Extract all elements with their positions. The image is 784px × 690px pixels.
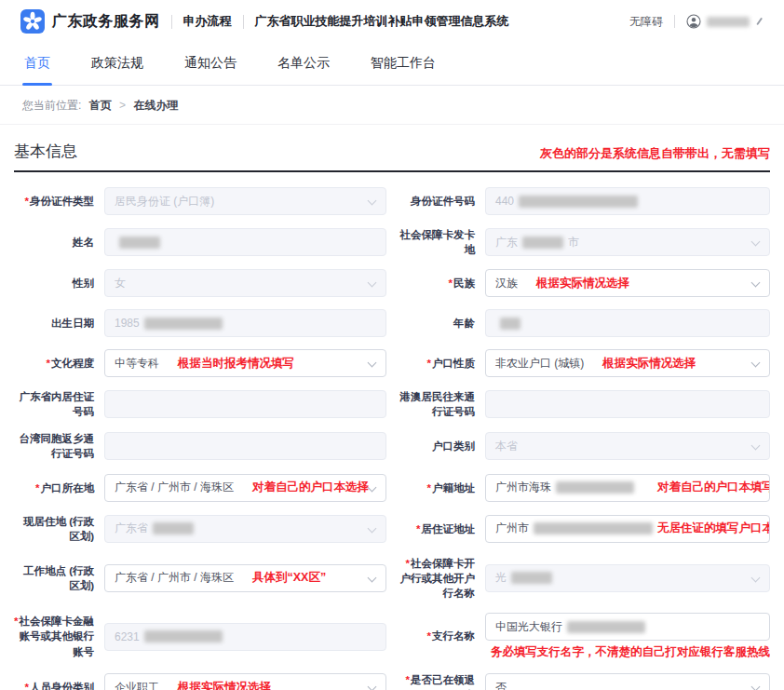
select-民族[interactable]: 汉族根据实际情况选择 xyxy=(485,269,770,297)
field-value: 汉族 xyxy=(495,276,518,291)
gov-service-logo-icon xyxy=(20,9,45,34)
field-value: 本省 xyxy=(495,439,518,454)
tab-首页[interactable]: 首页 xyxy=(22,43,52,85)
redacted-value xyxy=(567,621,645,633)
field-value: 广东省 / 广州市 / 海珠区 xyxy=(115,570,234,586)
form-row: *人员身份类别企业职工根据实际情况选择*是否已在领退休金否 xyxy=(14,672,770,690)
section-header: 基本信息 灰色的部分是系统信息自带带出，无需填写 xyxy=(0,125,784,172)
select-人员身份类别[interactable]: 企业职工根据实际情况选择 xyxy=(104,673,386,690)
redacted-value xyxy=(144,318,223,330)
input-社会保障卡金融账号或其他银行账号: 6231 xyxy=(104,623,386,651)
select-工作地点 (行政区划)[interactable]: 广东省 / 广州市 / 海珠区具体到“XX区” xyxy=(104,564,386,592)
form-row: *户口所在地广东省 / 广州市 / 海珠区对着自己的户口本选择*户籍地址广州市海… xyxy=(14,474,770,502)
select-户口类别: 本省 xyxy=(485,432,770,460)
field-label: *户口所在地 xyxy=(14,480,94,495)
field-label: 姓名 xyxy=(14,235,94,250)
form-row: 出生日期1985年龄 xyxy=(14,309,770,337)
chevron-down-icon xyxy=(368,196,377,206)
required-asterisk: * xyxy=(35,482,39,494)
required-asterisk: * xyxy=(14,616,18,627)
field-label: *户口性质 xyxy=(397,356,475,371)
accessibility-link[interactable]: 无障碍 xyxy=(629,14,663,30)
redacted-value xyxy=(119,237,160,249)
chevron-down-icon xyxy=(368,359,377,368)
input-居住证地址[interactable]: 广州市无居住证的填写户口本地址 xyxy=(485,515,770,543)
chevron-down-icon xyxy=(751,237,761,247)
brand[interactable]: 广东政务服务网 xyxy=(20,9,160,34)
input-广东省内居住证号码 xyxy=(104,390,386,418)
edit-icon xyxy=(756,18,762,25)
field-label: *民族 xyxy=(397,276,475,291)
chevron-down-icon xyxy=(368,573,377,582)
user-icon xyxy=(686,14,701,29)
form-row: 广东省内居住证号码港澳居民往来通行证号码 xyxy=(14,389,770,419)
field-value: 广州市海珠 xyxy=(495,480,551,495)
input-姓名 xyxy=(104,228,386,256)
tab-名单公示[interactable]: 名单公示 xyxy=(276,43,331,85)
chevron-down-icon xyxy=(368,523,377,533)
select-文化程度[interactable]: 中等专科根据当时报考情况填写 xyxy=(104,349,386,377)
form-row: 工作地点 (行政区划)广东省 / 广州市 / 海珠区具体到“XX区”*社会保障卡… xyxy=(14,556,770,601)
breadcrumb-separator: > xyxy=(119,99,126,112)
field-label: *户籍地址 xyxy=(397,480,475,495)
required-asterisk: * xyxy=(406,558,410,569)
required-asterisk: * xyxy=(406,674,410,685)
field-value: 中国光大银行 xyxy=(495,619,562,635)
field-value: 居民身份证 (户口簿) xyxy=(115,194,214,210)
field-value-suffix: 市 xyxy=(568,235,579,250)
redacted-value xyxy=(556,481,634,494)
redacted-value xyxy=(153,522,194,534)
field-label: *文化程度 xyxy=(14,356,94,371)
form-row: *社会保障卡金融账号或其他银行账号6231*支行名称中国光大银行务必填写支行名字… xyxy=(14,613,770,660)
field-label: 现居住地 (行政区划) xyxy=(14,514,94,544)
breadcrumb-current[interactable]: 在线办理 xyxy=(133,99,178,112)
chevron-down-icon xyxy=(368,482,377,492)
input-户籍地址[interactable]: 广州市海珠对着自己的户口本填写 xyxy=(485,474,770,502)
tab-智能工作台[interactable]: 智能工作台 xyxy=(369,43,438,85)
red-annotation: 具体到“XX区” xyxy=(252,570,326,586)
chevron-down-icon xyxy=(751,278,761,288)
user-name-redacted xyxy=(707,17,750,27)
tab-政策法规[interactable]: 政策法规 xyxy=(89,43,145,85)
menu-flow-link[interactable]: 申办流程 xyxy=(183,13,232,30)
form-row: 现居住地 (行政区划)广东省*居住证地址广州市无居住证的填写户口本地址 xyxy=(14,514,770,544)
redacted-value xyxy=(144,630,223,643)
chevron-down-icon xyxy=(751,359,761,368)
chevron-down-icon xyxy=(751,573,761,582)
select-性别: 女 xyxy=(104,269,386,297)
header-divider xyxy=(171,15,172,29)
select-户口性质[interactable]: 非农业户口 (城镇)根据实际情况选择 xyxy=(485,349,770,377)
breadcrumb: 您当前位置: 首页 > 在线办理 xyxy=(0,86,784,125)
field-value: 中等专科 xyxy=(115,356,159,372)
field-value: 广东 xyxy=(495,235,518,250)
chevron-down-icon xyxy=(751,683,761,690)
required-asterisk: * xyxy=(427,482,431,494)
select-是否已在领退休金[interactable]: 否 xyxy=(485,673,770,690)
red-annotation: 根据当时报考情况填写 xyxy=(178,356,294,372)
redacted-value xyxy=(500,318,520,330)
tab-通知公告[interactable]: 通知公告 xyxy=(182,43,238,85)
field-label: *人员身份类别 xyxy=(14,680,94,690)
field-value: 广东省 xyxy=(115,521,148,536)
field-value: 光 xyxy=(495,570,507,586)
required-asterisk: * xyxy=(25,682,29,690)
breadcrumb-prefix: 您当前位置: xyxy=(22,99,81,112)
input-支行名称[interactable]: 中国光大银行 xyxy=(485,613,770,641)
input-出生日期: 1985 xyxy=(104,309,386,337)
page-title: 基本信息 xyxy=(14,141,77,162)
field-value: 女 xyxy=(115,276,126,291)
form-row: *文化程度中等专科根据当时报考情况填写*户口性质非农业户口 (城镇)根据实际情况… xyxy=(14,349,770,377)
breadcrumb-home[interactable]: 首页 xyxy=(89,99,112,112)
redacted-value xyxy=(519,196,638,208)
select-现居住地 (行政区划): 广东省 xyxy=(104,515,386,543)
select-户口所在地[interactable]: 广东省 / 广州市 / 海珠区对着自己的户口本选择 xyxy=(104,474,386,502)
red-annotation: 根据实际情况选择 xyxy=(602,356,696,372)
field-label: 港澳居民往来通行证号码 xyxy=(397,389,475,419)
select-身份证件类型: 居民身份证 (户口簿) xyxy=(104,187,386,215)
field-label: 身份证件号码 xyxy=(397,194,475,209)
required-asterisk: * xyxy=(449,277,453,289)
header-divider xyxy=(674,15,675,28)
chevron-down-icon xyxy=(751,441,761,451)
field-label: 广东省内居住证号码 xyxy=(14,389,94,419)
user-menu[interactable] xyxy=(686,14,764,29)
